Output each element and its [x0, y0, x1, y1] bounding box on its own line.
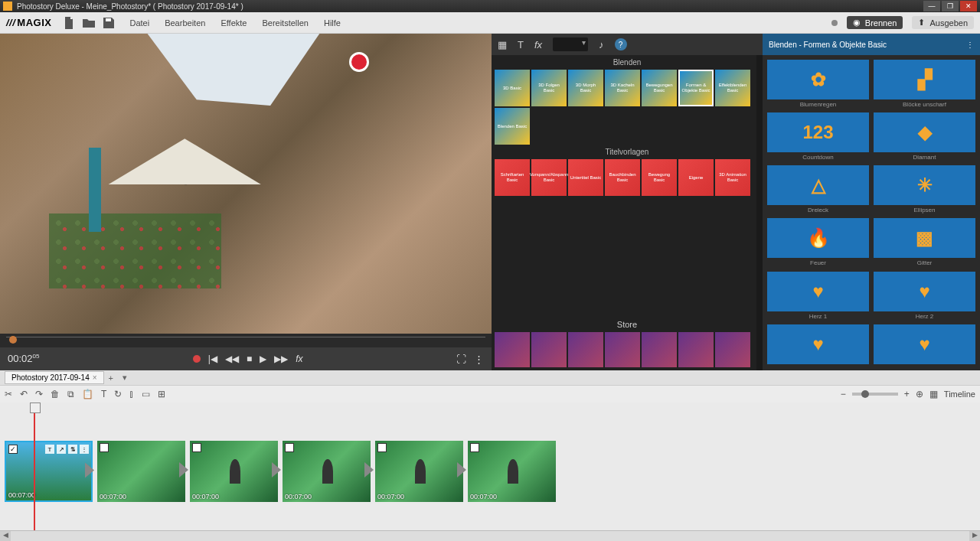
- rewind-button[interactable]: ◀◀: [225, 354, 239, 364]
- clip-tool-icon[interactable]: ↗: [57, 445, 66, 454]
- timeline-clip[interactable]: 00:07:00: [190, 441, 278, 502]
- timeline-clip[interactable]: ✓T↗⇅⋮00:07:00: [5, 441, 93, 502]
- clip-tool-icon[interactable]: T: [45, 445, 54, 454]
- menu-bereitstellen[interactable]: Bereitstellen: [254, 18, 316, 28]
- skip-start-button[interactable]: |◀: [208, 354, 217, 364]
- side-menu-button[interactable]: ⋮: [966, 41, 974, 49]
- paste-icon[interactable]: 📋: [82, 389, 93, 399]
- cat-untertitel[interactable]: Untertitel Basic: [568, 159, 603, 196]
- zoom-slider[interactable]: [852, 393, 898, 396]
- clip-checkbox[interactable]: [470, 443, 479, 452]
- menu-datei[interactable]: Datei: [122, 18, 157, 28]
- stop-button[interactable]: ■: [247, 354, 252, 364]
- menu-effekte[interactable]: Effekte: [213, 18, 254, 28]
- delete-icon[interactable]: 🗑: [51, 389, 60, 399]
- menu-hilfe[interactable]: Hilfe: [316, 18, 348, 28]
- preview-scrubber[interactable]: [0, 334, 492, 347]
- clip-transition-handle[interactable]: [272, 462, 281, 477]
- cat-bewegung[interactable]: Bewegung Basic: [642, 159, 677, 196]
- menu-bearbeiten[interactable]: Bearbeiten: [157, 18, 213, 28]
- text-icon[interactable]: T: [518, 39, 524, 51]
- side-effect-item[interactable]: 123Countdown: [767, 112, 869, 161]
- clip-tool-icon[interactable]: ⋮: [80, 445, 89, 454]
- timeline-body[interactable]: ✓T↗⇅⋮00:07:0000:07:0000:07:0000:07:0000:…: [0, 402, 980, 530]
- tab-add-button[interactable]: +: [104, 372, 118, 384]
- clip-transition-handle[interactable]: [457, 462, 466, 477]
- preview-menu-button[interactable]: ⋮: [474, 354, 484, 365]
- undo-icon[interactable]: ↶: [20, 389, 28, 399]
- view-mode-label[interactable]: Timeline: [944, 389, 975, 399]
- play-button[interactable]: ▶: [260, 354, 266, 364]
- side-effect-item[interactable]: ♥Herz 2: [874, 272, 975, 320]
- timeline-clip[interactable]: 00:07:00: [468, 441, 556, 502]
- tab-dropdown-button[interactable]: ▾: [118, 371, 132, 384]
- zoom-out-icon[interactable]: −: [841, 389, 846, 399]
- cat-schriftarten[interactable]: Schriftarten Basic: [495, 159, 530, 196]
- playhead[interactable]: [34, 402, 35, 530]
- timeline-h-scrollbar[interactable]: ◀ ▶: [0, 530, 980, 541]
- minimize-button[interactable]: —: [923, 1, 940, 11]
- title-icon[interactable]: T: [101, 389, 106, 399]
- store-item[interactable]: [531, 332, 567, 367]
- maximize-button[interactable]: ❐: [942, 1, 959, 11]
- cat-formen-objekte[interactable]: Formen & Objekte Basic: [678, 70, 714, 106]
- cat-eigene[interactable]: Eigene: [678, 159, 714, 196]
- store-item[interactable]: [715, 332, 750, 367]
- fit-icon[interactable]: ⊕: [916, 389, 923, 399]
- burn-button[interactable]: ◉ Brennen: [847, 16, 903, 29]
- side-effect-item[interactable]: ♥: [874, 324, 975, 366]
- cat-vorspann[interactable]: Vorspann/Abspann Basic: [531, 159, 567, 196]
- side-effect-item[interactable]: ◆Diamant: [874, 112, 975, 161]
- cat-blenden-basic[interactable]: Blenden Basic: [495, 108, 530, 145]
- grid-view-icon[interactable]: ▦: [498, 39, 507, 51]
- side-effect-item[interactable]: ♥Herz 1: [767, 272, 869, 320]
- side-effect-item[interactable]: ▞Blöcke unscharf: [874, 60, 975, 108]
- store-item[interactable]: [605, 332, 640, 367]
- clip-checkbox[interactable]: [285, 443, 294, 452]
- store-item[interactable]: [642, 332, 677, 367]
- cat-3d-folgen[interactable]: 3D Folgen Basic: [531, 70, 567, 106]
- clip-transition-handle[interactable]: [364, 462, 374, 477]
- save-icon[interactable]: [102, 16, 116, 30]
- grid-toggle-icon[interactable]: ▦: [929, 389, 938, 399]
- clip-checkbox[interactable]: ✓: [8, 445, 18, 454]
- clip-transition-handle[interactable]: [179, 462, 188, 477]
- clip-checkbox[interactable]: [100, 443, 109, 452]
- side-effect-item[interactable]: 🔥Feuer: [767, 218, 869, 266]
- close-button[interactable]: ✕: [960, 1, 977, 11]
- fullscreen-button[interactable]: ⛶: [456, 354, 466, 365]
- cat-bauchbinden[interactable]: Bauchbinden Basic: [605, 159, 640, 196]
- tool-icon[interactable]: ⫿: [129, 389, 134, 399]
- fastfwd-button[interactable]: ▶▶: [274, 354, 288, 364]
- timeline-clip[interactable]: 00:07:00: [97, 441, 185, 502]
- store-item[interactable]: [678, 332, 714, 367]
- tool-icon[interactable]: ⊞: [158, 389, 165, 399]
- side-effect-item[interactable]: △Dreieck: [767, 165, 869, 213]
- fx-button[interactable]: fx: [296, 354, 302, 364]
- clip-checkbox[interactable]: [192, 443, 201, 452]
- side-effect-item[interactable]: ✿Blumenregen: [767, 60, 869, 108]
- redo-icon[interactable]: ↷: [35, 389, 43, 399]
- media-scrollbar[interactable]: [756, 55, 763, 370]
- tool-icon[interactable]: ▭: [142, 389, 150, 399]
- scroll-right-button[interactable]: ▶: [969, 531, 980, 542]
- clip-tool-icon[interactable]: ⇅: [68, 445, 77, 454]
- help-icon[interactable]: ?: [615, 38, 627, 51]
- media-filter-dropdown[interactable]: [553, 37, 588, 51]
- timeline-tab[interactable]: Photostory 2017-09-14 ×: [5, 371, 104, 384]
- open-folder-icon[interactable]: [82, 16, 96, 30]
- record-button[interactable]: [193, 355, 201, 363]
- fx-icon[interactable]: fx: [534, 39, 542, 51]
- store-item[interactable]: [495, 332, 530, 367]
- rotate-icon[interactable]: ↻: [114, 389, 122, 399]
- clip-transition-handle[interactable]: [85, 463, 94, 478]
- cat-3d-animation[interactable]: 3D Animation Basic: [715, 159, 750, 196]
- music-icon[interactable]: ♪: [599, 39, 604, 51]
- store-item[interactable]: [568, 332, 603, 367]
- side-effect-item[interactable]: ✳Ellipsen: [874, 165, 975, 213]
- cat-3d-basic[interactable]: 3D Basic: [495, 70, 530, 106]
- cat-bewegungen[interactable]: Bewegungen Basic: [642, 70, 677, 106]
- new-file-icon[interactable]: [62, 16, 76, 30]
- cat-3d-morph[interactable]: 3D Morph Basic: [568, 70, 603, 106]
- tab-close-icon[interactable]: ×: [93, 373, 97, 382]
